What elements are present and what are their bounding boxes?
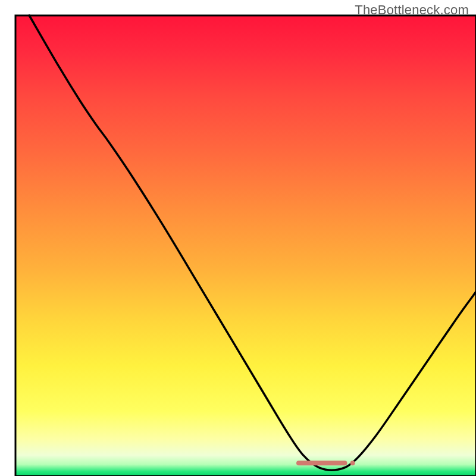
plot-svg <box>0 0 476 476</box>
watermark-text: TheBottleneck.com <box>355 2 469 18</box>
chart-container: TheBottleneck.com <box>0 0 476 476</box>
gradient-background <box>15 15 476 476</box>
plot-area <box>15 15 476 476</box>
svg-point-1 <box>350 461 355 465</box>
